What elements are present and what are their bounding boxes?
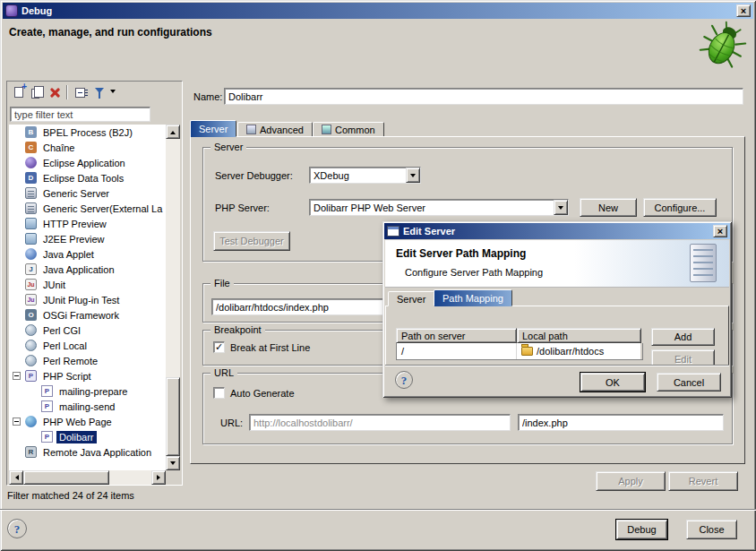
tree-item-generic-server-external-la[interactable]: Generic Server(External La <box>9 201 166 216</box>
duplicate-icon <box>31 89 39 99</box>
tree-item-generic-server[interactable]: Generic Server <box>9 185 166 201</box>
tree-item-java-applet[interactable]: Java Applet <box>9 246 166 262</box>
close-button[interactable]: Close <box>686 520 737 539</box>
tree-item-php-script[interactable]: PHP Script <box>9 368 166 383</box>
server-debugger-value: XDebug <box>314 170 349 181</box>
add-mapping-button[interactable]: Add <box>651 328 715 346</box>
dialog-tab-path-mapping[interactable]: Path Mapping <box>434 289 512 306</box>
apply-button[interactable]: Apply <box>596 471 666 491</box>
debug-button[interactable]: Debug <box>616 520 667 539</box>
remote-java-icon <box>25 446 37 458</box>
tree-item-mailing-send[interactable]: mailing-send <box>9 399 166 414</box>
tree-item-eclipse-data-tools[interactable]: Eclipse Data Tools <box>9 170 166 185</box>
collapse-all-icon <box>75 88 85 98</box>
column-header-local-path[interactable]: Local path <box>517 328 641 343</box>
php-server-combo[interactable]: Dolibarr PHP Web Server <box>309 199 569 216</box>
help-button[interactable]: ? <box>7 519 27 538</box>
tree-item-label: Chaîne <box>40 142 77 154</box>
tree-item-java-application[interactable]: Java Application <box>9 262 166 277</box>
tree-item-junit-plug-in-test[interactable]: JUnit Plug-in Test <box>9 292 166 307</box>
php-file-icon <box>41 400 53 412</box>
chevron-down-icon[interactable] <box>554 200 568 215</box>
new-configuration-icon <box>14 87 23 98</box>
window-close-icon[interactable]: × <box>736 4 751 17</box>
dialog-close-icon[interactable]: × <box>713 225 727 237</box>
configurations-sidebar: BPEL Process (B2J)ChaîneEclipse Applicat… <box>6 81 183 486</box>
window-titlebar[interactable]: Debug × <box>3 3 753 19</box>
configure-server-button[interactable]: Configure... <box>643 198 717 217</box>
tab-common[interactable]: Common <box>313 122 384 137</box>
tab-label: Advanced <box>260 125 304 135</box>
tree-item-http-preview[interactable]: HTTP Preview <box>9 216 166 231</box>
dialog-tab-server[interactable]: Server <box>388 291 434 306</box>
tree-item-osgi-framework[interactable]: OSGi Framework <box>9 307 166 323</box>
tree-horizontal-scrollbar[interactable] <box>9 470 166 485</box>
tree-item-label: JUnit Plug-in Test <box>40 294 122 306</box>
collapse-all-button[interactable] <box>72 84 88 100</box>
php-server-label: PHP Server: <box>215 202 270 213</box>
scroll-down-icon[interactable] <box>166 456 180 470</box>
revert-button[interactable]: Revert <box>668 471 738 491</box>
column-header-path-on-server[interactable]: Path on server <box>396 328 517 343</box>
filter-menu-button[interactable] <box>107 84 117 100</box>
name-input[interactable] <box>224 88 743 105</box>
server-icon <box>25 202 37 214</box>
tree-item-j2ee-preview[interactable]: J2EE Preview <box>9 231 166 246</box>
ok-button[interactable]: OK <box>580 373 645 392</box>
vertical-scroll-thumb[interactable] <box>166 377 180 456</box>
server-icon <box>25 187 37 199</box>
folder-icon <box>521 347 533 356</box>
chevron-down-icon[interactable] <box>406 168 420 183</box>
tree-item-cha-ne[interactable]: Chaîne <box>9 140 166 155</box>
tree-item-php-web-page[interactable]: PHP Web Page <box>9 414 166 429</box>
new-configuration-button[interactable] <box>11 84 27 100</box>
tree-item-remote-java-application[interactable]: Remote Java Application <box>9 444 166 460</box>
server-path-cell: / <box>397 343 517 359</box>
tree-item-perl-local[interactable]: Perl Local <box>9 338 166 353</box>
break-first-line-checkbox[interactable] <box>213 341 225 353</box>
tree-item-label: Eclipse Application <box>40 157 128 169</box>
tree-item-perl-remote[interactable]: Perl Remote <box>9 353 166 368</box>
url-path-input[interactable] <box>518 414 724 431</box>
test-debugger-button[interactable]: Test Debugger <box>213 231 290 251</box>
scroll-up-icon[interactable] <box>166 125 180 139</box>
filter-button[interactable] <box>91 84 107 100</box>
table-row[interactable]: / /dolibarr/htdocs <box>396 343 643 360</box>
dialog-help-button[interactable]: ? <box>395 371 413 389</box>
new-server-button[interactable]: New <box>580 198 637 217</box>
server-debugger-combo[interactable]: XDebug <box>309 167 421 184</box>
config-tree[interactable]: BPEL Process (B2J)ChaîneEclipse Applicat… <box>9 125 166 470</box>
tree-item-dolibarr[interactable]: Dolibarr <box>9 429 166 444</box>
tree-item-label: HTTP Preview <box>40 218 109 230</box>
tab-advanced[interactable]: Advanced <box>237 122 313 137</box>
duplicate-configuration-button[interactable] <box>29 84 45 100</box>
scroll-left-icon[interactable] <box>9 470 23 485</box>
auto-generate-checkbox[interactable] <box>213 387 225 399</box>
url-group-legend: URL <box>210 366 237 379</box>
url-base-input[interactable] <box>249 414 511 431</box>
tree-item-mailing-prepare[interactable]: mailing-prepare <box>9 383 166 399</box>
preview-icon <box>25 218 37 229</box>
dialog-titlebar[interactable]: Edit Server × <box>384 223 730 239</box>
tree-item-perl-cgi[interactable]: Perl CGI <box>9 323 166 338</box>
tab-label: Path Mapping <box>442 293 503 304</box>
tree-item-junit[interactable]: JUnit <box>9 277 166 292</box>
tree-item-eclipse-application[interactable]: Eclipse Application <box>9 155 166 170</box>
tree-item-label: Remote Java Application <box>40 446 154 459</box>
tab-label: Server <box>199 124 228 134</box>
tab-server[interactable]: Server <box>190 120 236 137</box>
tab-label: Common <box>335 125 375 135</box>
filter-icon <box>95 88 104 93</box>
delete-configuration-button[interactable] <box>47 84 63 100</box>
perl-icon <box>25 340 37 351</box>
scroll-right-icon[interactable] <box>151 470 166 485</box>
collapse-expander-icon[interactable] <box>13 418 21 426</box>
osgi-icon <box>25 309 37 321</box>
cancel-button[interactable]: Cancel <box>657 373 721 392</box>
collapse-expander-icon[interactable] <box>13 372 21 380</box>
tree-vertical-scrollbar[interactable] <box>166 125 180 470</box>
horizontal-scroll-thumb[interactable] <box>23 470 109 485</box>
tree-item-label: BPEL Process (B2J) <box>40 126 135 139</box>
tree-item-bpel-process-b2j-[interactable]: BPEL Process (B2J) <box>9 125 166 140</box>
filter-input[interactable] <box>10 107 150 122</box>
